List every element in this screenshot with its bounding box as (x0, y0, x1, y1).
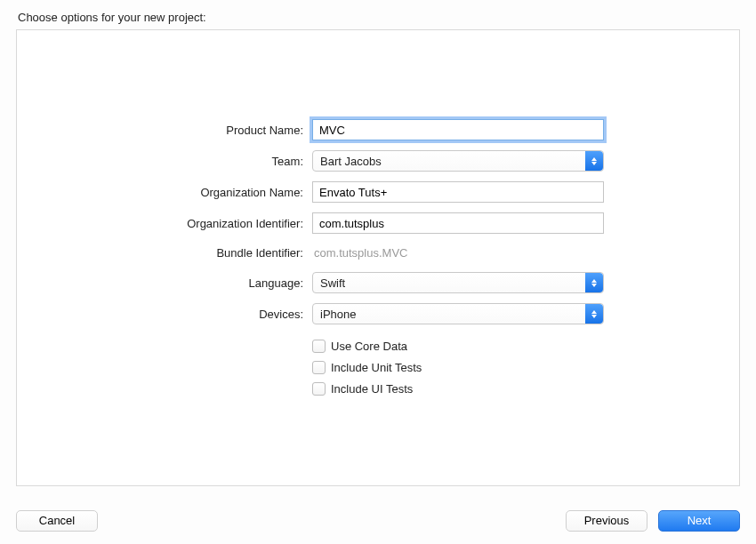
product-name-input[interactable] (312, 119, 604, 140)
row-org-name: Organization Name: (17, 181, 739, 203)
language-popup[interactable]: Swift (312, 272, 604, 293)
previous-button[interactable]: Previous (566, 510, 647, 532)
label-product-name: Product Name: (17, 124, 312, 137)
page-heading: Choose options for your new project: (16, 11, 740, 24)
updown-icon (585, 273, 603, 292)
checkbox-icon (312, 361, 326, 374)
button-bar: Cancel Previous Next (16, 510, 740, 532)
org-name-input[interactable] (312, 181, 604, 203)
next-button[interactable]: Next (658, 510, 740, 532)
checkbox-core-data-label: Use Core Data (331, 340, 407, 353)
label-devices: Devices: (17, 308, 312, 321)
row-devices: Devices: iPhone (17, 303, 739, 324)
checkbox-unit-tests-label: Include Unit Tests (331, 361, 422, 374)
updown-icon (585, 304, 603, 324)
checkbox-icon (312, 382, 326, 396)
row-org-id: Organization Identifier: (17, 212, 739, 234)
updown-icon (585, 151, 603, 171)
row-language: Language: Swift (17, 272, 739, 293)
checkbox-ui-tests[interactable]: Include UI Tests (312, 380, 604, 397)
label-team: Team: (17, 155, 312, 168)
label-bundle-id: Bundle Identifier: (17, 246, 312, 260)
project-form: Product Name: Team: Bart Jacobs Organiza… (17, 119, 739, 401)
row-product-name: Product Name: (17, 119, 739, 140)
org-id-input[interactable] (312, 212, 604, 234)
bundle-id-value: com.tutsplus.MVC (312, 244, 604, 262)
team-popup[interactable]: Bart Jacobs (312, 150, 604, 172)
label-org-id: Organization Identifier: (17, 217, 312, 230)
row-team: Team: Bart Jacobs (17, 150, 739, 172)
label-org-name: Organization Name: (17, 186, 312, 199)
checkbox-icon (312, 340, 326, 353)
language-popup-value: Swift (313, 276, 585, 290)
options-panel: Product Name: Team: Bart Jacobs Organiza… (16, 29, 740, 486)
cancel-button[interactable]: Cancel (16, 510, 98, 532)
checkbox-ui-tests-label: Include UI Tests (331, 382, 413, 396)
checkbox-unit-tests[interactable]: Include Unit Tests (312, 358, 604, 376)
row-checkboxes: Use Core Data Include Unit Tests Include… (17, 337, 739, 401)
team-popup-value: Bart Jacobs (313, 155, 585, 168)
row-bundle-id: Bundle Identifier: com.tutsplus.MVC (17, 244, 739, 262)
label-language: Language: (17, 276, 312, 290)
devices-popup-value: iPhone (313, 308, 585, 321)
devices-popup[interactable]: iPhone (312, 303, 604, 324)
checkbox-core-data[interactable]: Use Core Data (312, 337, 604, 355)
